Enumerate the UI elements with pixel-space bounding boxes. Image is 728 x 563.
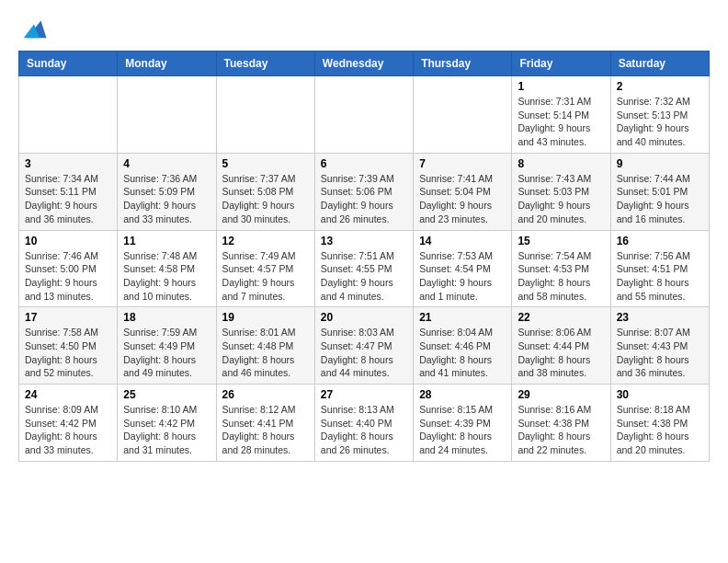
calendar-cell — [414, 76, 512, 154]
column-header-saturday: Saturday — [610, 52, 709, 76]
calendar-cell: 24Sunrise: 8:09 AM Sunset: 4:42 PM Dayli… — [19, 385, 118, 462]
day-detail: Sunrise: 8:09 AM Sunset: 4:42 PM Dayligh… — [25, 403, 111, 457]
calendar-cell: 1Sunrise: 7:31 AM Sunset: 5:14 PM Daylig… — [512, 76, 610, 154]
day-detail: Sunrise: 7:59 AM Sunset: 4:49 PM Dayligh… — [123, 326, 210, 380]
calendar-week-row: 24Sunrise: 8:09 AM Sunset: 4:42 PM Dayli… — [19, 385, 710, 462]
calendar-table: SundayMondayTuesdayWednesdayThursdayFrid… — [18, 51, 710, 462]
day-number: 22 — [518, 311, 604, 324]
calendar-cell — [314, 76, 413, 154]
logo — [18, 18, 48, 41]
day-number: 1 — [518, 80, 604, 93]
day-number: 12 — [222, 235, 309, 247]
calendar-week-row: 17Sunrise: 7:58 AM Sunset: 4:50 PM Dayli… — [19, 307, 710, 385]
calendar-cell: 8Sunrise: 7:43 AM Sunset: 5:03 PM Daylig… — [512, 153, 610, 230]
day-number: 11 — [123, 235, 210, 247]
day-number: 8 — [518, 157, 604, 170]
column-header-friday: Friday — [512, 52, 610, 76]
calendar-cell: 21Sunrise: 8:04 AM Sunset: 4:46 PM Dayli… — [414, 307, 512, 385]
calendar-cell: 28Sunrise: 8:15 AM Sunset: 4:39 PM Dayli… — [414, 385, 512, 462]
calendar-cell: 7Sunrise: 7:41 AM Sunset: 5:04 PM Daylig… — [414, 153, 512, 230]
day-number: 13 — [321, 235, 407, 247]
day-number: 6 — [321, 157, 407, 170]
day-detail: Sunrise: 8:07 AM Sunset: 4:43 PM Dayligh… — [617, 326, 703, 380]
day-number: 30 — [617, 388, 703, 401]
column-header-tuesday: Tuesday — [216, 52, 314, 76]
day-detail: Sunrise: 8:13 AM Sunset: 4:40 PM Dayligh… — [321, 403, 407, 457]
calendar-header-row: SundayMondayTuesdayWednesdayThursdayFrid… — [19, 52, 710, 76]
calendar-cell: 3Sunrise: 7:34 AM Sunset: 5:11 PM Daylig… — [19, 153, 118, 230]
day-number: 3 — [25, 157, 111, 170]
calendar-week-row: 1Sunrise: 7:31 AM Sunset: 5:14 PM Daylig… — [19, 76, 710, 154]
column-header-thursday: Thursday — [414, 52, 512, 76]
calendar-cell: 20Sunrise: 8:03 AM Sunset: 4:47 PM Dayli… — [314, 307, 413, 385]
column-header-sunday: Sunday — [19, 52, 118, 76]
day-detail: Sunrise: 7:32 AM Sunset: 5:13 PM Dayligh… — [617, 95, 703, 149]
day-detail: Sunrise: 8:16 AM Sunset: 4:38 PM Dayligh… — [518, 403, 604, 457]
day-number: 17 — [25, 311, 111, 324]
day-detail: Sunrise: 8:01 AM Sunset: 4:48 PM Dayligh… — [222, 326, 309, 380]
day-number: 20 — [321, 311, 407, 324]
calendar-cell — [216, 76, 314, 154]
day-detail: Sunrise: 7:46 AM Sunset: 5:00 PM Dayligh… — [25, 249, 111, 304]
day-number: 9 — [617, 157, 703, 170]
calendar-cell: 9Sunrise: 7:44 AM Sunset: 5:01 PM Daylig… — [610, 153, 709, 230]
day-detail: Sunrise: 8:06 AM Sunset: 4:44 PM Dayligh… — [518, 326, 604, 380]
calendar-cell: 16Sunrise: 7:56 AM Sunset: 4:51 PM Dayli… — [610, 230, 709, 307]
day-number: 29 — [518, 388, 604, 401]
day-number: 25 — [123, 388, 210, 401]
calendar-cell: 12Sunrise: 7:49 AM Sunset: 4:57 PM Dayli… — [216, 230, 314, 307]
calendar-cell: 29Sunrise: 8:16 AM Sunset: 4:38 PM Dayli… — [512, 385, 610, 462]
day-detail: Sunrise: 8:15 AM Sunset: 4:39 PM Dayligh… — [419, 403, 506, 457]
logo-icon — [20, 14, 48, 41]
calendar-cell — [19, 76, 118, 154]
day-number: 7 — [419, 157, 506, 170]
day-number: 4 — [123, 157, 210, 170]
day-detail: Sunrise: 7:43 AM Sunset: 5:03 PM Dayligh… — [518, 172, 604, 226]
day-detail: Sunrise: 8:10 AM Sunset: 4:42 PM Dayligh… — [123, 403, 210, 457]
day-detail: Sunrise: 7:48 AM Sunset: 4:58 PM Dayligh… — [123, 249, 210, 304]
calendar-cell: 11Sunrise: 7:48 AM Sunset: 4:58 PM Dayli… — [118, 230, 216, 307]
day-number: 23 — [617, 311, 703, 324]
day-detail: Sunrise: 7:56 AM Sunset: 4:51 PM Dayligh… — [617, 249, 703, 304]
calendar-cell: 14Sunrise: 7:53 AM Sunset: 4:54 PM Dayli… — [414, 230, 512, 307]
day-number: 10 — [25, 235, 111, 247]
day-detail: Sunrise: 8:18 AM Sunset: 4:38 PM Dayligh… — [617, 403, 703, 457]
day-number: 19 — [222, 311, 309, 324]
day-number: 15 — [518, 235, 604, 247]
day-number: 24 — [25, 388, 111, 401]
calendar-cell: 22Sunrise: 8:06 AM Sunset: 4:44 PM Dayli… — [512, 307, 610, 385]
day-detail: Sunrise: 8:04 AM Sunset: 4:46 PM Dayligh… — [419, 326, 506, 380]
calendar-cell: 6Sunrise: 7:39 AM Sunset: 5:06 PM Daylig… — [314, 153, 413, 230]
day-detail: Sunrise: 7:36 AM Sunset: 5:09 PM Dayligh… — [123, 172, 210, 226]
day-number: 2 — [617, 80, 703, 93]
calendar-cell: 30Sunrise: 8:18 AM Sunset: 4:38 PM Dayli… — [610, 385, 709, 462]
page-header — [18, 18, 710, 41]
column-header-wednesday: Wednesday — [314, 52, 413, 76]
day-number: 27 — [321, 388, 407, 401]
day-number: 18 — [123, 311, 210, 324]
day-detail: Sunrise: 7:31 AM Sunset: 5:14 PM Dayligh… — [518, 95, 604, 149]
day-detail: Sunrise: 7:44 AM Sunset: 5:01 PM Dayligh… — [617, 172, 703, 226]
calendar-cell: 26Sunrise: 8:12 AM Sunset: 4:41 PM Dayli… — [216, 385, 314, 462]
day-number: 16 — [617, 235, 703, 247]
day-detail: Sunrise: 7:49 AM Sunset: 4:57 PM Dayligh… — [222, 249, 309, 304]
calendar-cell: 25Sunrise: 8:10 AM Sunset: 4:42 PM Dayli… — [118, 385, 216, 462]
calendar-week-row: 10Sunrise: 7:46 AM Sunset: 5:00 PM Dayli… — [19, 230, 710, 307]
column-header-monday: Monday — [118, 52, 216, 76]
day-detail: Sunrise: 7:54 AM Sunset: 4:53 PM Dayligh… — [518, 249, 604, 304]
day-detail: Sunrise: 8:03 AM Sunset: 4:47 PM Dayligh… — [321, 326, 407, 380]
calendar-cell: 2Sunrise: 7:32 AM Sunset: 5:13 PM Daylig… — [610, 76, 709, 154]
calendar-cell: 10Sunrise: 7:46 AM Sunset: 5:00 PM Dayli… — [19, 230, 118, 307]
calendar-week-row: 3Sunrise: 7:34 AM Sunset: 5:11 PM Daylig… — [19, 153, 710, 230]
calendar-cell: 17Sunrise: 7:58 AM Sunset: 4:50 PM Dayli… — [19, 307, 118, 385]
calendar-cell: 4Sunrise: 7:36 AM Sunset: 5:09 PM Daylig… — [118, 153, 216, 230]
calendar-cell: 27Sunrise: 8:13 AM Sunset: 4:40 PM Dayli… — [314, 385, 413, 462]
day-number: 28 — [419, 388, 506, 401]
calendar-cell: 15Sunrise: 7:54 AM Sunset: 4:53 PM Dayli… — [512, 230, 610, 307]
calendar-cell: 23Sunrise: 8:07 AM Sunset: 4:43 PM Dayli… — [610, 307, 709, 385]
day-detail: Sunrise: 7:58 AM Sunset: 4:50 PM Dayligh… — [25, 326, 111, 380]
day-detail: Sunrise: 7:37 AM Sunset: 5:08 PM Dayligh… — [222, 172, 309, 226]
day-number: 21 — [419, 311, 506, 324]
day-detail: Sunrise: 7:41 AM Sunset: 5:04 PM Dayligh… — [419, 172, 506, 226]
day-number: 5 — [222, 157, 309, 170]
